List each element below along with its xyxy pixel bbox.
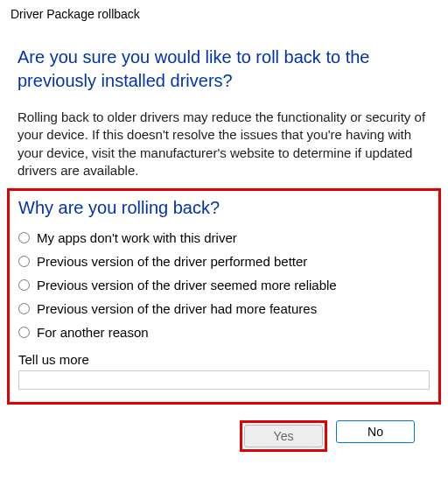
reason-radio-other[interactable]: [18, 327, 30, 338]
warning-text: Rolling back to older drivers may reduce…: [18, 109, 430, 180]
reason-option[interactable]: My apps don't work with this driver: [18, 230, 430, 245]
reason-radio-performed-better[interactable]: [18, 256, 30, 267]
reason-option[interactable]: Previous version of the driver had more …: [18, 301, 430, 316]
reason-radio-more-features[interactable]: [18, 303, 30, 314]
no-button[interactable]: No: [336, 420, 415, 443]
yes-button[interactable]: Yes: [244, 425, 323, 447]
reason-radio-more-reliable[interactable]: [18, 279, 30, 291]
reason-label: My apps don't work with this driver: [37, 230, 237, 245]
reason-label: Previous version of the driver had more …: [37, 301, 317, 316]
reason-option[interactable]: For another reason: [18, 325, 430, 340]
reason-option[interactable]: Previous version of the driver seemed mo…: [18, 278, 430, 292]
reason-label: Previous version of the driver performed…: [37, 254, 307, 269]
reason-label: For another reason: [37, 325, 149, 340]
reason-radio-group: My apps don't work with this driver Prev…: [18, 230, 430, 340]
reason-option[interactable]: Previous version of the driver performed…: [18, 254, 430, 269]
main-heading: Are you sure you would like to roll back…: [18, 46, 430, 93]
window-title: Driver Package rollback: [0, 0, 448, 25]
sub-heading: Why are you rolling back?: [18, 198, 430, 218]
yes-button-highlight: Yes: [240, 420, 327, 452]
tellus-label: Tell us more: [18, 352, 430, 367]
reason-radio-apps[interactable]: [18, 232, 30, 243]
button-bar: Yes No: [18, 405, 430, 452]
tellus-input[interactable]: [18, 370, 430, 390]
reason-section-highlight: Why are you rolling back? My apps don't …: [7, 188, 441, 405]
reason-label: Previous version of the driver seemed mo…: [37, 278, 337, 292]
dialog-content: Are you sure you would like to roll back…: [0, 25, 448, 452]
